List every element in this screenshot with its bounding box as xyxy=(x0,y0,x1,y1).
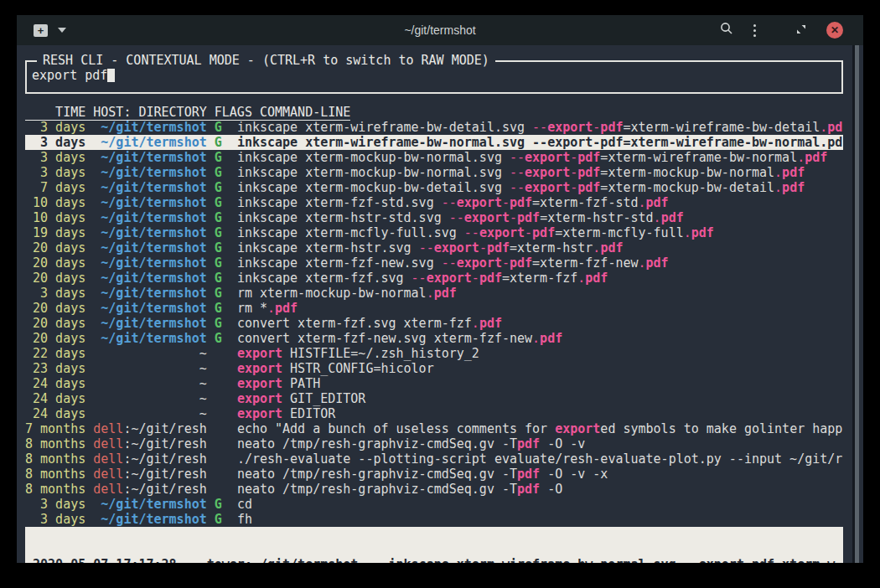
history-row[interactable]: 3 days ~/git/termshot G inkscape xterm-m… xyxy=(25,165,843,180)
history-list: 3 days ~/git/termshot G inkscape xterm-w… xyxy=(25,120,843,527)
history-row[interactable]: 19 days ~/git/termshot G inkscape xterm-… xyxy=(25,225,843,240)
history-row[interactable]: 22 days ~ export HISTFILE=~/.zsh_history… xyxy=(25,346,843,361)
window-title: ~/git/termshot xyxy=(17,23,863,37)
table-header: TIME HOST: DIRECTORY FLAGS COMMAND-LINE xyxy=(25,105,843,120)
text-cursor xyxy=(107,69,115,82)
titlebar[interactable]: + ~/git/termshot ✕ xyxy=(17,15,863,45)
history-row[interactable]: 24 days ~ export PATH xyxy=(25,376,843,391)
history-row[interactable]: 8 months dell:~/git/resh neato /tmp/resh… xyxy=(25,436,843,451)
history-row[interactable]: 20 days ~/git/termshot G convert xterm-f… xyxy=(25,331,843,346)
history-row[interactable]: 8 months dell:~/git/resh neato /tmp/resh… xyxy=(25,482,843,497)
history-row[interactable]: 8 months dell:~/git/resh neato /tmp/resh… xyxy=(25,467,843,482)
selected-entry-detail: 2020-05-07 17:17:28 tower:~/git/termshot… xyxy=(25,527,843,563)
terminal-content: RESH CLI - CONTEXTUAL MODE - (CTRL+R to … xyxy=(17,45,863,563)
history-row[interactable]: 20 days ~/git/termshot G rm *.pdf xyxy=(25,301,843,316)
history-row[interactable]: 20 days ~/git/termshot G inkscape xterm-… xyxy=(25,240,843,255)
scrollbar[interactable] xyxy=(852,45,859,563)
resh-search-box: RESH CLI - CONTEXTUAL MODE - (CTRL+R to … xyxy=(25,60,843,94)
history-row[interactable]: 3 days ~/git/termshot G fh xyxy=(25,512,843,527)
detail-line-1: 2020-05-07 17:17:28 tower:~/git/termshot… xyxy=(25,557,843,563)
history-row[interactable]: 20 days ~/git/termshot G inkscape xterm-… xyxy=(25,271,843,286)
history-row[interactable]: 10 days ~/git/termshot G inkscape xterm-… xyxy=(25,210,843,225)
terminal-window: + ~/git/termshot ✕ RESH CLI - CONTEXTUAL… xyxy=(17,15,863,563)
history-row[interactable]: 24 days ~ export EDITOR xyxy=(25,406,843,421)
resh-mode-label: RESH CLI - CONTEXTUAL MODE - (CTRL+R to … xyxy=(37,53,495,68)
history-row[interactable]: 8 months dell:~/git/resh ./resh-evaluate… xyxy=(25,451,843,467)
history-row[interactable]: 23 days ~ export HSTR_CONFIG=hicolor xyxy=(25,361,843,376)
history-row[interactable]: 7 months dell:~/git/resh echo "Add a bun… xyxy=(25,421,843,436)
history-row[interactable]: 20 days ~/git/termshot G inkscape xterm-… xyxy=(25,255,843,271)
history-row[interactable]: 3 days ~/git/termshot G inkscape xterm-w… xyxy=(25,135,843,150)
history-row[interactable]: 3 days ~/git/termshot G cd xyxy=(25,497,843,512)
history-row[interactable]: 3 days ~/git/termshot G rm xterm-mockup-… xyxy=(25,286,843,301)
history-row[interactable]: 3 days ~/git/termshot G inkscape xterm-w… xyxy=(25,120,843,135)
history-row[interactable]: 3 days ~/git/termshot G inkscape xterm-m… xyxy=(25,150,843,165)
history-row[interactable]: 20 days ~/git/termshot G convert xterm-f… xyxy=(25,316,843,331)
search-input[interactable]: export pdf xyxy=(32,68,836,83)
history-row[interactable]: 10 days ~/git/termshot G inkscape xterm-… xyxy=(25,195,843,210)
history-row[interactable]: 7 days ~/git/termshot G inkscape xterm-m… xyxy=(25,180,843,195)
history-row[interactable]: 24 days ~ export GIT_EDITOR xyxy=(25,391,843,406)
